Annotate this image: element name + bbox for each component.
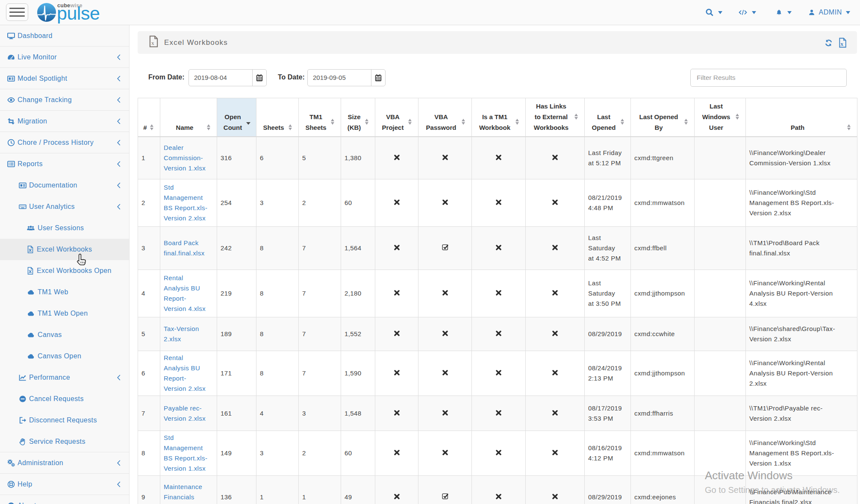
svg-text:x: x [840, 41, 843, 47]
svg-text:x: x [151, 40, 154, 46]
